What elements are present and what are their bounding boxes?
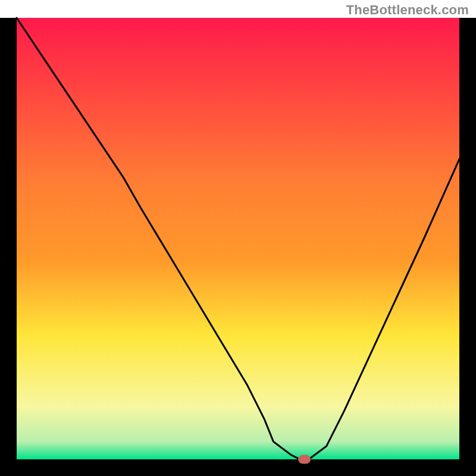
chart-container: TheBottleneck.com xyxy=(0,0,476,476)
optimal-marker xyxy=(299,455,311,464)
bottleneck-chart xyxy=(0,0,476,476)
svg-rect-2 xyxy=(17,18,459,459)
watermark-text: TheBottleneck.com xyxy=(346,2,469,18)
